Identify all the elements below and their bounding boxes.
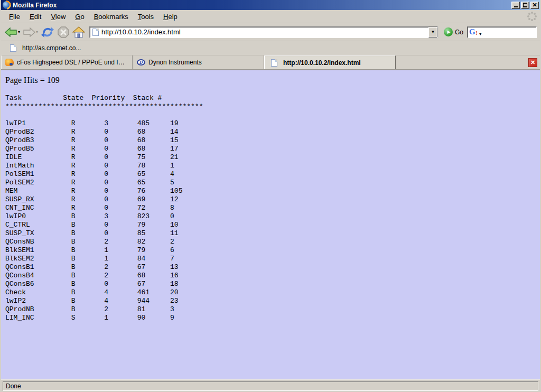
spacer [5,111,536,119]
task-stack: 90 [137,314,170,322]
url-input[interactable] [101,28,428,36]
navigation-toolbar: ▾ ▾ [1,23,540,41]
task-state: R [71,170,104,179]
task-stack: 68 [137,145,170,153]
task-stack: 84 [137,255,170,263]
task-number: 14 [170,128,179,136]
task-name: SUSP_RX [5,195,71,204]
task-stack: 72 [137,204,170,212]
task-stack: 68 [137,128,170,136]
minimize-button[interactable] [511,2,520,9]
task-priority: 0 [104,187,137,195]
menu-go[interactable]: Go [70,11,89,22]
task-stack: 69 [137,195,170,204]
table-row: LIM_INCS1909 [5,314,536,322]
url-bar[interactable]: ▼ [89,26,438,38]
task-priority: 1 [104,255,137,263]
task-stack: 79 [137,221,170,229]
task-priority: 0 [104,179,137,187]
task-number: 21 [170,153,179,162]
stop-icon [57,26,70,38]
url-dropdown-button[interactable]: ▼ [428,27,437,38]
go-icon: ▶ [444,27,453,36]
task-stack: 82 [137,238,170,246]
task-priority: 4 [104,288,137,297]
task-name: QProdB2 [5,128,71,136]
task-name: QConsNB [5,238,71,246]
bookmark-label: http://as.cmpnet.co... [22,44,81,52]
go-button[interactable]: ▶ Go [442,26,465,38]
task-stack: 67 [137,263,170,272]
task-state: B [71,238,104,246]
close-icon: ✕ [532,2,537,8]
task-name: lwIP1 [5,119,71,128]
table-row: QConsB1B26713 [5,263,536,272]
table-row: QProdB3R06815 [5,136,536,145]
task-number: 4 [170,170,174,179]
table-row: IDLER07521 [5,153,536,162]
task-name: PolSEM2 [5,179,71,187]
task-stack: 76 [137,187,170,195]
task-number: 2 [170,238,174,246]
search-box[interactable]: G ▼ [467,26,537,38]
task-stack: 944 [137,297,170,305]
menu-help[interactable]: Help [158,11,182,22]
table-row: SUSP_TXB08511 [5,229,536,238]
task-state: R [71,162,104,170]
task-name: QConsB4 [5,272,71,280]
table-row: QConsB4B26816 [5,272,536,280]
forward-dropdown-caret[interactable]: ▾ [36,30,38,34]
search-engine-caret[interactable]: ▼ [479,32,482,36]
table-header-row: TaskStatePriorityStack # [5,94,536,102]
task-number: 3 [170,305,174,314]
status-bar: Done [1,379,540,392]
task-number: 17 [170,145,179,153]
home-button[interactable] [72,25,86,39]
back-dropdown-caret[interactable]: ▾ [18,30,20,34]
forward-button[interactable]: ▾ [22,26,39,38]
menu-bookmarks[interactable]: Bookmarks [89,11,133,22]
menu-tools[interactable]: Tools [133,11,158,22]
table-row: QProdB5R06817 [5,145,536,153]
task-state: R [71,153,104,162]
task-number: 1 [170,162,174,170]
back-button[interactable]: ▾ [4,26,21,38]
task-name: QConsB1 [5,263,71,272]
bookmark-item[interactable]: http://as.cmpnet.co... [4,43,84,53]
tab-1[interactable]: cFos Highspeed DSL / PPPoE und ISDN CAP.… [1,55,133,69]
task-state: B [71,263,104,272]
status-text: Done [3,381,538,391]
menu-edit[interactable]: Edit [25,11,46,22]
window-title: Mozilla Firefox [13,2,511,9]
minimize-icon [514,6,518,7]
stop-button[interactable] [57,25,70,39]
close-button[interactable]: ✕ [530,2,539,9]
tab-label: cFos Highspeed DSL / PPPoE und ISDN CAP.… [17,59,128,66]
tab-label: Dynon Instruments [148,59,202,66]
task-name: CNT_INC [5,204,71,212]
restore-button[interactable] [521,2,529,9]
table-row: CNT_INCR0728 [5,204,536,212]
tab-3[interactable]: http://10.0.10.2/index.html [264,55,396,69]
table-row: QProdNBB2813 [5,305,536,314]
title-bar: Mozilla Firefox ✕ [1,0,540,10]
table-row: lwIP2B494423 [5,297,536,305]
table-row: MEMR076105 [5,187,536,195]
table-row: BlkSEM1B1796 [5,246,536,255]
table-row: QConsB6B06718 [5,280,536,288]
task-state: R [71,195,104,204]
menu-view[interactable]: View [46,11,70,22]
task-name: IDLE [5,153,71,162]
close-tab-button[interactable]: ✕ [528,58,537,67]
page-icon [271,59,277,67]
task-name: QProdB5 [5,145,71,153]
task-name: BlkSEM1 [5,246,71,255]
reload-button[interactable] [40,25,55,39]
task-stack: 485 [137,119,170,128]
task-state: B [71,297,104,305]
task-stack: 81 [137,305,170,314]
tab-2[interactable]: DDynon Instruments [133,55,264,69]
go-label: Go [455,29,463,36]
task-table: TaskStatePriorityStack #****************… [5,94,536,322]
menu-file[interactable]: File [4,11,25,22]
